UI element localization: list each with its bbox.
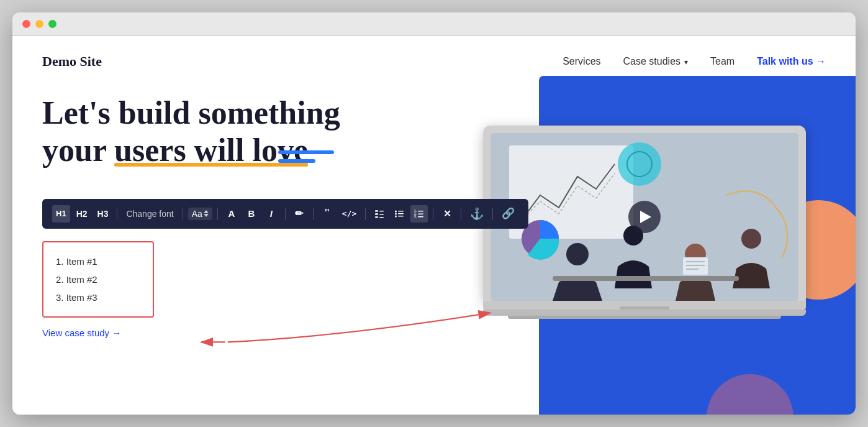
accent-line-2 (278, 159, 315, 163)
unordered-list-button[interactable] (391, 205, 408, 223)
minimize-button[interactable] (35, 20, 43, 28)
svg-rect-5 (379, 217, 384, 218)
link-button[interactable]: 🔗 (498, 205, 518, 223)
toolbar-divider-5 (313, 208, 314, 220)
maximize-button[interactable] (48, 20, 57, 28)
svg-rect-4 (375, 216, 378, 218)
heading-2-button[interactable]: H2 (73, 205, 91, 223)
hero-title: Let's build something your users will lo… (42, 94, 464, 169)
nav-cta[interactable]: Talk with us → (757, 56, 826, 67)
svg-rect-27 (683, 257, 708, 275)
svg-point-25 (741, 229, 761, 249)
list-item-1: 1. Item #1 (56, 252, 140, 270)
anchor-button[interactable]: ⚓ (466, 205, 487, 223)
font-size-text: Aa (192, 209, 202, 219)
clear-format-button[interactable]: ✕ (438, 205, 456, 223)
nav-case-studies[interactable]: Case studies (623, 56, 689, 67)
browser-window: Demo Site Services Case studies Team Tal… (12, 12, 856, 415)
laptop-stand (483, 310, 806, 316)
hero-right (446, 76, 856, 415)
close-button[interactable] (22, 20, 30, 28)
svg-rect-7 (398, 211, 404, 212)
hero-left: Let's build something your users will lo… (42, 94, 464, 387)
accent-lines (278, 150, 334, 163)
list-item-3: 3. Item #3 (56, 288, 140, 306)
svg-rect-0 (375, 210, 378, 212)
toolbar-divider-2 (183, 208, 183, 220)
svg-rect-3 (379, 214, 384, 215)
italic-button[interactable]: I (263, 205, 280, 223)
font-arrows (204, 210, 209, 217)
toolbar-divider-1 (117, 208, 117, 220)
svg-rect-26 (553, 276, 739, 281)
ordered-list-button[interactable]: 1. 2. 3. (410, 205, 428, 223)
nav-services[interactable]: Services (563, 56, 600, 67)
hero-section: Let's build something your users will lo… (12, 82, 856, 405)
svg-rect-2 (375, 213, 378, 215)
svg-rect-15 (418, 213, 423, 214)
nav-team[interactable]: Team (710, 56, 735, 67)
svg-point-8 (395, 213, 397, 214)
toolbar-divider-4 (285, 208, 286, 220)
page-content: Demo Site Services Case studies Team Tal… (12, 36, 856, 415)
laptop-screen-wrap (483, 126, 806, 301)
svg-rect-13 (418, 211, 423, 212)
font-size-down[interactable] (204, 214, 209, 217)
laptop-illustration (483, 126, 806, 319)
font-size-control[interactable]: Aa (188, 208, 212, 220)
svg-rect-17 (418, 216, 423, 218)
chevron-down-icon (683, 56, 688, 67)
svg-rect-9 (398, 213, 404, 214)
toolbar-divider-3 (217, 208, 218, 220)
navbar: Demo Site Services Case studies Team Tal… (12, 36, 856, 82)
svg-point-10 (395, 215, 397, 217)
change-font-label: Change font (122, 209, 177, 219)
laptop-screen (491, 133, 798, 301)
play-button[interactable] (628, 201, 661, 233)
heading-1-button[interactable]: H1 (52, 205, 70, 223)
code-button[interactable]: </> (338, 205, 360, 223)
font-color-button[interactable]: A (223, 205, 240, 223)
toolbar-divider-7 (433, 208, 433, 220)
svg-rect-1 (379, 211, 384, 212)
laptop-foot (508, 316, 781, 319)
list-box: 1. Item #1 2. Item #2 3. Item #3 (42, 241, 154, 318)
laptop-base (483, 301, 806, 310)
editor-toolbar: H1 H2 H3 Change font Aa (42, 199, 528, 229)
case-study-link[interactable]: View case study → (42, 328, 121, 338)
toolbar-divider-6 (365, 208, 366, 220)
svg-point-22 (566, 243, 589, 265)
toolbar-divider-8 (461, 208, 461, 220)
site-brand: Demo Site (42, 53, 102, 70)
list-items: 1. Item #1 2. Item #2 3. Item #3 (56, 252, 140, 306)
task-list-button[interactable] (371, 205, 388, 223)
play-icon (640, 211, 651, 223)
list-item-2: 2. Item #2 (56, 270, 140, 288)
toolbar-divider-9 (492, 208, 493, 220)
bold-button[interactable]: B (243, 205, 260, 223)
browser-chrome (12, 12, 856, 36)
svg-text:3.: 3. (414, 214, 417, 218)
accent-line-1 (278, 150, 334, 154)
font-size-up[interactable] (204, 210, 209, 213)
heading-3-button[interactable]: H3 (94, 205, 112, 223)
pen-button[interactable]: ✏ (291, 205, 308, 223)
svg-point-6 (395, 210, 397, 212)
svg-point-20 (618, 142, 661, 186)
nav-links: Services Case studies Team Talk with us … (563, 56, 826, 67)
quote-button[interactable]: " (319, 205, 336, 223)
svg-rect-11 (398, 216, 404, 217)
